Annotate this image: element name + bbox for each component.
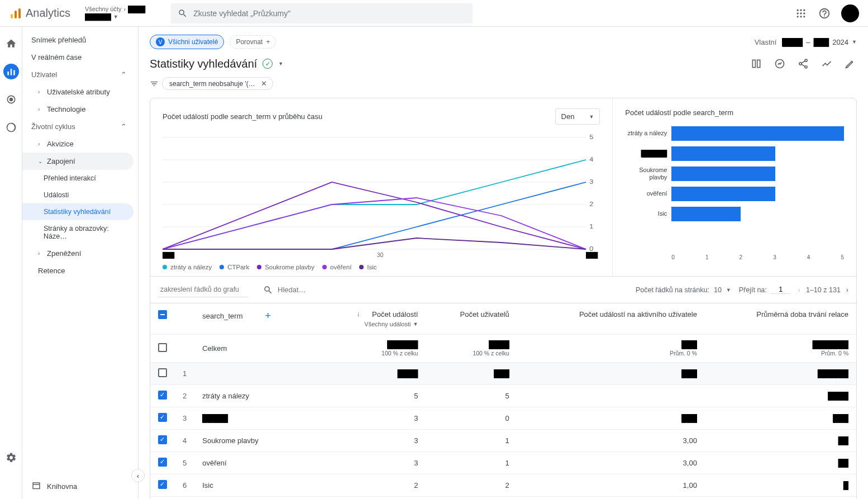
nav-events[interactable]: Události — [22, 187, 138, 203]
table-total-row: Celkem ██████100 % z celku ████100 % z c… — [150, 335, 856, 363]
nav-search-stats[interactable]: Statistiky vyhledávání — [22, 203, 133, 220]
filter-funnel-icon[interactable] — [150, 79, 159, 88]
line-chart-title: Počet událostí podle search_term v průbě… — [163, 112, 322, 121]
nav-monetization[interactable]: ›Zpeněžení — [22, 245, 138, 262]
insights-icon[interactable] — [773, 57, 786, 70]
row-checkbox[interactable] — [158, 368, 167, 377]
table-search[interactable] — [263, 285, 389, 295]
sidebar-library[interactable]: Knihovna — [22, 473, 138, 499]
bar-chart-axis: 012345 — [625, 254, 844, 260]
row-checkbox[interactable] — [158, 413, 167, 422]
select-all-checkbox[interactable] — [158, 310, 167, 319]
svg-rect-1 — [15, 11, 17, 18]
nav-pages-screens[interactable]: Stránky a obrazovky: Náze… — [22, 220, 138, 245]
cell-search-term: Isic — [194, 474, 317, 497]
share-icon[interactable] — [797, 57, 810, 70]
table-row: 1████████████████ — [150, 363, 856, 385]
bar-label: Soukrome plavby — [625, 167, 667, 181]
nav-acquisition[interactable]: ›Akvizice — [22, 135, 138, 153]
bar-row: ztráty a nálezy — [625, 123, 844, 144]
svg-rect-13 — [10, 69, 12, 75]
svg-text:3: 3 — [589, 179, 593, 185]
app-header: Analytics Všechny účty › ████ ██████ ▼ — [0, 0, 868, 27]
account-picker[interactable]: Všechny účty › ████ ██████ ▼ — [85, 6, 145, 20]
rail-explore-icon[interactable] — [3, 92, 19, 107]
bar-chart-title: Počet událostí podle search_term — [625, 108, 844, 117]
svg-rect-0 — [11, 14, 13, 18]
trend-icon[interactable] — [820, 57, 833, 70]
svg-rect-19 — [757, 60, 760, 67]
remove-filter-icon[interactable]: ✕ — [260, 79, 268, 88]
nav-group-user[interactable]: Uživatel ⌃ — [22, 66, 138, 83]
segment-compare-add[interactable]: Porovnat+ — [230, 35, 276, 49]
chevron-up-icon: ⌃ — [121, 122, 127, 131]
nav-retention[interactable]: Retence — [22, 262, 138, 279]
goto-input[interactable] — [771, 286, 790, 294]
nav-engagement[interactable]: ⌄Zapojení — [22, 153, 133, 170]
line-chart-pane: Počet událostí podle search_term v průbě… — [150, 98, 613, 276]
global-search[interactable] — [171, 3, 473, 23]
apps-grid-icon[interactable] — [794, 7, 808, 20]
nav-technology[interactable]: ›Technologie — [22, 101, 138, 118]
dimension-header[interactable]: search_term — [202, 312, 242, 320]
col-events[interactable]: Počet událostí — [364, 310, 418, 319]
goto-page: Přejít na: — [739, 286, 790, 294]
bar-label: ověření — [625, 190, 667, 197]
caret-down-icon: ▼ — [589, 114, 594, 120]
next-page-icon[interactable]: › — [846, 286, 848, 294]
nav-engagement-overview[interactable]: Přehled interakcí — [22, 170, 138, 187]
nav-group-lifecycle[interactable]: Životní cyklus ⌃ — [22, 118, 138, 135]
row-checkbox[interactable] — [158, 458, 167, 467]
sort-desc-icon[interactable]: ↓ — [356, 310, 360, 318]
rows-per-page[interactable]: Počet řádků na stránku: 10 ▼ — [636, 286, 731, 294]
sidebar-collapse-button[interactable]: ‹ — [131, 469, 145, 482]
svg-text:4: 4 — [589, 156, 593, 163]
bar-fill — [671, 207, 740, 221]
table-row: 2ztráty a nálezy55████ — [150, 385, 856, 407]
plot-rows-input[interactable] — [158, 282, 247, 297]
rail-admin-gear-icon[interactable] — [3, 450, 19, 465]
caret-down-icon: ▼ — [726, 287, 731, 293]
col-events-per-user[interactable]: Počet událostí na aktivního uživatele — [525, 310, 697, 319]
table-search-input[interactable] — [278, 286, 389, 294]
reports-sidebar: Snímek přehledů V reálném čase Uživatel … — [22, 27, 139, 499]
filter-chip-searchterm[interactable]: search_term neobsahuje '(… ✕ — [162, 77, 273, 90]
customize-columns-icon[interactable] — [750, 57, 763, 70]
row-checkbox[interactable] — [158, 480, 167, 489]
granularity-select[interactable]: Den ▼ — [555, 108, 600, 125]
events-filter-dropdown[interactable]: Všechny události ▼ — [364, 321, 418, 327]
date-range-picker[interactable]: Vlastní ████ – ███ 2024 ▼ — [755, 38, 857, 46]
col-avg-session[interactable]: Průměrná doba trvání relace — [713, 310, 848, 319]
search-icon — [178, 8, 188, 18]
segment-bar: VVšichni uživatelé Porovnat+ Vlastní ███… — [139, 27, 868, 54]
svg-point-16 — [9, 98, 12, 101]
help-icon[interactable] — [818, 7, 831, 20]
main-content: VVšichni uživatelé Porovnat+ Vlastní ███… — [139, 27, 868, 499]
nav-realtime[interactable]: V reálném čase — [22, 49, 138, 66]
segment-all-users[interactable]: VVšichni uživatelé — [150, 35, 224, 49]
add-dimension-button[interactable]: + — [265, 310, 271, 322]
rail-home-icon[interactable] — [3, 36, 19, 51]
svg-point-3 — [797, 9, 799, 11]
report-card: Počet událostí podle search_term v průbě… — [150, 98, 857, 499]
cell-search-term: █████ — [194, 407, 317, 430]
bar-row: ██████ — [625, 144, 844, 164]
analytics-logo-icon — [9, 7, 22, 20]
title-dropdown-icon[interactable]: ▼ — [278, 61, 283, 66]
user-avatar[interactable] — [841, 4, 859, 22]
edit-pencil-icon[interactable] — [843, 57, 857, 70]
row-checkbox[interactable] — [158, 435, 167, 444]
nav-user-attributes[interactable]: ›Uživatelské atributy — [22, 83, 138, 101]
row-checkbox[interactable] — [158, 391, 167, 400]
bar-row: Isic — [625, 204, 844, 224]
verified-badge-icon[interactable]: ✓ — [263, 59, 273, 69]
rail-reports-icon[interactable] — [3, 64, 19, 79]
bar-row: Soukrome plavby — [625, 164, 844, 184]
nav-snapshot[interactable]: Snímek přehledů — [22, 31, 138, 49]
col-users[interactable]: Počet uživatelů — [433, 310, 509, 319]
svg-text:2: 2 — [589, 201, 593, 207]
global-search-input[interactable] — [193, 9, 466, 18]
prev-page-icon[interactable]: ‹ — [798, 286, 800, 294]
row-checkbox[interactable] — [158, 343, 167, 352]
rail-advertising-icon[interactable] — [3, 120, 19, 135]
